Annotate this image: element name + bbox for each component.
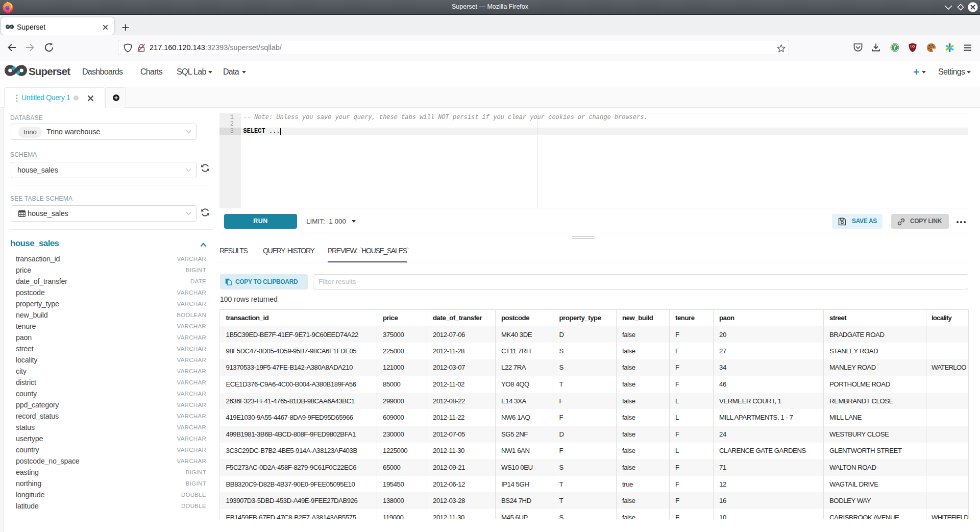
svg-text:UO: UO [911,45,915,48]
